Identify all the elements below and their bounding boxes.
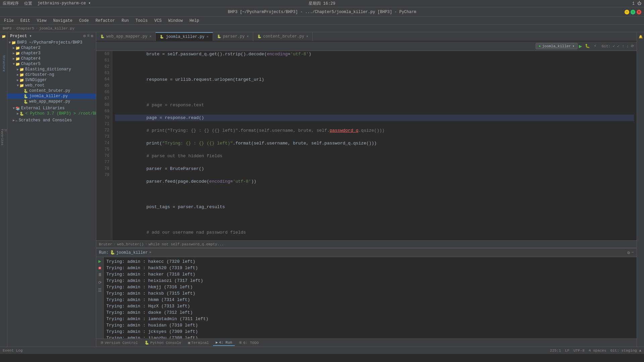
- app-menu[interactable]: 应用程序: [3, 1, 19, 6]
- menu-navigate[interactable]: Navigate: [50, 18, 75, 24]
- bottom-tool-tabs: ⑨ Version Control 🐍 Python Console ▣ Ter…: [96, 339, 637, 347]
- tab-terminal[interactable]: ▣ Terminal: [185, 340, 211, 346]
- tab-version-control[interactable]: ⑨ Version Control: [98, 340, 141, 346]
- sidebar-settings-icon[interactable]: ⚙: [83, 34, 86, 39]
- code-editor[interactable]: 60 61 62 63 64 65 66 67 68 69 70 71 72 7…: [96, 51, 637, 240]
- tree-chapter2[interactable]: ▶ 📁 Chapter2: [7, 45, 96, 51]
- window-title: BHP3 [~/PycharmProjects/BHP3] - .../Chap…: [228, 10, 416, 14]
- run-config-name[interactable]: joomla_killer: [116, 250, 148, 255]
- pycharm-menu[interactable]: jetbrains-pycharm-ce ▾: [38, 1, 91, 6]
- tree-root[interactable]: ▼ 📁 BHP3 ~/PycharmProjects/BHP3: [7, 40, 96, 45]
- tree-chapter5[interactable]: ▼ 📁 Chapter5: [7, 61, 96, 67]
- tree-python-sdk[interactable]: ▶ 🐍 < Python 3.7 (BHP3) > /root/BHP: [7, 111, 96, 116]
- maximize-button[interactable]: □: [631, 10, 635, 14]
- tree-scratches[interactable]: ▶ ✏ Scratches and Consoles: [7, 118, 96, 123]
- coverage-button[interactable]: ⚡: [593, 43, 598, 49]
- run-config-arrow: ▾: [572, 44, 575, 48]
- menu-window[interactable]: Window: [166, 18, 185, 24]
- tree-joomla-killer[interactable]: ▶ 🐍 joomla_killer.py: [7, 94, 96, 99]
- tree-item-label: joomla_killer.py: [29, 94, 68, 99]
- breadcrumb-item[interactable]: Chapter5: [16, 26, 34, 31]
- breadcrumb-method[interactable]: web_bruter(): [117, 242, 144, 246]
- window-controls[interactable]: − □ ×: [625, 10, 641, 14]
- close-button[interactable]: ×: [637, 10, 641, 14]
- encoding[interactable]: UTF-8: [574, 349, 585, 353]
- todo-label: 6: TODO: [243, 341, 259, 345]
- run-button[interactable]: ▶: [579, 43, 582, 50]
- run-config-selector[interactable]: ● joomla_killer ▾: [536, 43, 578, 49]
- menu-help[interactable]: Help: [187, 18, 202, 24]
- menu-file[interactable]: File: [1, 18, 16, 24]
- tree-chapter4[interactable]: ▶ 📁 Chapter4: [7, 56, 96, 61]
- line-separator[interactable]: LF: [565, 349, 570, 353]
- tree-dirbuster[interactable]: ▶ 📁 dirbuster-ng: [7, 72, 96, 77]
- run-controls: ⚙ −: [627, 250, 634, 255]
- pause-icon[interactable]: ⏸: [98, 272, 102, 278]
- py-icon: 🐍: [160, 35, 164, 39]
- tree-item-label: Chapter4: [21, 56, 41, 61]
- tab-python-console[interactable]: 🐍 Python Console: [142, 340, 184, 346]
- project-icon[interactable]: 📁: [1, 34, 7, 40]
- menu-edit[interactable]: Edit: [18, 18, 33, 24]
- tree-external-libraries[interactable]: ▼ 📚 External Libraries: [7, 106, 96, 111]
- play-icon[interactable]: ▶: [98, 258, 101, 264]
- tab-parser[interactable]: 🐍 parser.py ×: [213, 32, 253, 41]
- notifications-icon[interactable]: 🔔: [637, 34, 644, 40]
- menu-code[interactable]: Code: [76, 18, 92, 24]
- vc-icon: ⑨: [100, 341, 104, 345]
- tab-todo[interactable]: ⑥ 6: TODO: [236, 340, 261, 346]
- list-icon[interactable]: ☰: [98, 288, 102, 293]
- tab-close-icon[interactable]: ×: [247, 35, 249, 39]
- favorites-icon[interactable]: 2: Favorites: [1, 134, 7, 140]
- tree-item-label: chapter3: [21, 51, 41, 56]
- git-branch[interactable]: Git: staging ▲: [610, 349, 641, 353]
- tab-close-icon[interactable]: ×: [149, 35, 151, 39]
- breadcrumb-context[interactable]: while not self.password_q.empty...: [149, 242, 224, 246]
- menu-tools[interactable]: Tools: [133, 18, 150, 24]
- settings-icon[interactable]: ⚙: [627, 250, 630, 255]
- tree-item-label: content_bruter.py: [29, 88, 70, 93]
- rerun-icon[interactable]: ⟳: [98, 280, 102, 285]
- indent[interactable]: 4 spaces: [589, 349, 606, 353]
- workspace-indicator[interactable]: 1: [632, 1, 635, 6]
- event-log[interactable]: Event Log: [3, 349, 22, 353]
- code-content[interactable]: brute = self.password_q.get().rstrip().d…: [112, 51, 637, 240]
- structure-icon[interactable]: Structure: [1, 60, 7, 66]
- tab-close-icon[interactable]: ×: [306, 35, 308, 39]
- menu-view[interactable]: View: [34, 18, 49, 24]
- console-line: Trying: admin : hacker (7318 left): [106, 271, 634, 278]
- power-icon[interactable]: ⏻: [637, 1, 641, 6]
- minimize-panel-icon[interactable]: −: [631, 250, 634, 255]
- console-output: Trying: admin : hakecc (7320 left)Trying…: [104, 257, 637, 339]
- menu-vcs[interactable]: VCS: [152, 18, 164, 24]
- minimize-button[interactable]: −: [625, 10, 629, 14]
- sidebar-gear-icon[interactable]: ⚙: [91, 34, 93, 39]
- tab-run[interactable]: ▶ 4: Run: [213, 340, 235, 346]
- cursor-position[interactable]: 225:1: [550, 349, 561, 353]
- git-actions[interactable]: ↑ ↓ ⟳: [622, 44, 634, 48]
- tab-content-bruter[interactable]: 🐍 content_bruter.py ×: [253, 32, 313, 41]
- sidebar-collapse-icon[interactable]: ≡: [87, 34, 90, 39]
- tree-blasting[interactable]: ▶ 📁 Blasting_dictionary: [7, 67, 96, 72]
- tree-web-root[interactable]: ▼ 📁 web_root: [7, 83, 96, 88]
- tab-close-icon[interactable]: ×: [207, 35, 209, 39]
- tab-web-app-mapper[interactable]: 🐍 web_app_mapper.py ×: [96, 32, 156, 41]
- tab-joomla-killer[interactable]: 🐍 joomla_killer.py ×: [156, 32, 213, 41]
- stop-icon[interactable]: ■: [98, 265, 101, 271]
- breadcrumb-item[interactable]: joomla_killer.py: [39, 26, 74, 31]
- run-output-area: ▶ ■ ⏸ ⟳ ☰ Trying: admin : hakecc (7320 l…: [96, 257, 637, 339]
- location-menu[interactable]: 位置: [24, 1, 32, 6]
- tree-content-bruter[interactable]: ▶ 🐍 content_bruter.py: [7, 88, 96, 94]
- breadcrumb-class[interactable]: Bruter: [99, 242, 112, 246]
- breadcrumb-item[interactable]: BHP3: [3, 26, 11, 31]
- menu-refactor[interactable]: Refactor: [93, 18, 118, 24]
- tree-chapter3[interactable]: ▶ 📁 chapter3: [7, 51, 96, 56]
- debug-button[interactable]: 🐛: [584, 43, 591, 49]
- menu-run[interactable]: Run: [119, 18, 131, 24]
- breadcrumb: BHP3 › Chapter5 › joomla_killer.py: [0, 25, 644, 32]
- tree-web-app-mapper[interactable]: ▶ 🐍 web_app_mapper.py: [7, 99, 96, 104]
- run-close-icon[interactable]: ×: [149, 250, 151, 255]
- tree-svndigger[interactable]: ▶ 📁 SVNDigger: [7, 77, 96, 83]
- tree-item-label: Chapter2: [21, 46, 41, 50]
- status-bar: Event Log 225:1 LF UTF-8 4 spaces Git: s…: [0, 347, 644, 354]
